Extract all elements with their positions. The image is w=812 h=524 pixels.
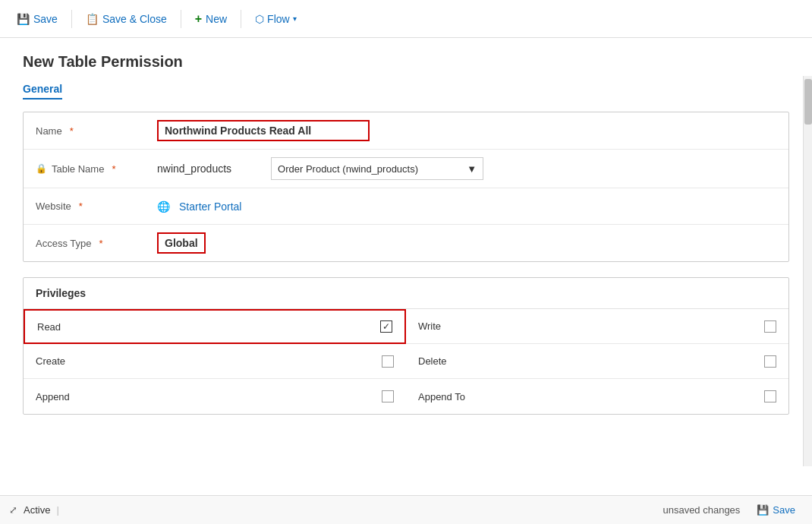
main-content: New Table Permission General Name * Nort… [0, 38, 812, 495]
scrollbar-thumb [804, 79, 812, 125]
privilege-delete-label: Delete [418, 355, 764, 367]
toolbar-divider-2 [181, 10, 181, 28]
page-title: New Table Permission [23, 53, 789, 71]
chevron-down-icon: ▾ [293, 14, 297, 23]
toolbar-divider-3 [241, 10, 241, 28]
save-label: Save [33, 13, 58, 25]
privilege-write-label: Write [418, 320, 764, 332]
save-button[interactable]: 💾 Save [9, 9, 65, 29]
privilege-read-checkbox[interactable] [380, 320, 392, 333]
name-label: Name * [36, 125, 157, 137]
privilege-append-to-checkbox[interactable] [764, 390, 776, 402]
new-icon: + [195, 12, 202, 26]
table-name-value: nwind_products [157, 163, 231, 175]
privilege-create-label: Create [36, 355, 382, 367]
table-name-label: 🔒 Table Name * [36, 163, 157, 175]
privilege-delete-checkbox[interactable] [764, 355, 776, 368]
general-form-card: Name * Northwind Products Read All 🔒 Tab… [23, 112, 789, 262]
main-container: New Table Permission General Name * Nort… [0, 38, 812, 495]
privilege-append-to-label: Append To [418, 391, 764, 402]
status-save-icon: 💾 [757, 504, 769, 516]
table-name-required-star: * [112, 163, 115, 175]
access-type-field[interactable]: Global [157, 232, 206, 254]
access-type-row: Access Type * Global [24, 225, 788, 261]
table-name-row: 🔒 Table Name * nwind_products Order Prod… [24, 150, 788, 188]
toolbar: 💾 Save 📋 Save & Close + New ⬡ Flow ▾ [0, 0, 812, 38]
website-required-star: * [79, 200, 83, 212]
flow-label: Flow [267, 13, 290, 25]
privilege-append-label: Append [36, 391, 382, 402]
website-row: Website * 🌐 Starter Portal [24, 188, 788, 225]
privilege-create-checkbox[interactable] [382, 355, 394, 368]
privileges-grid: Read Write Create Delete [24, 309, 788, 414]
globe-icon: 🌐 [157, 200, 170, 213]
general-tab[interactable]: General [23, 83, 62, 99]
privilege-delete-row: Delete [406, 344, 788, 379]
flow-button[interactable]: ⬡ Flow ▾ [247, 9, 304, 29]
status-save-label: Save [773, 504, 795, 516]
privilege-read-row: Read [24, 309, 406, 344]
table-name-dropdown[interactable]: Order Product (nwind_products) ▼ [271, 157, 483, 180]
privilege-append-checkbox[interactable] [382, 390, 394, 402]
website-value-container: 🌐 Starter Portal [157, 200, 776, 213]
privilege-append-row: Append [24, 379, 406, 414]
save-close-icon: 📋 [86, 13, 99, 25]
privileges-title: Privileges [24, 278, 788, 309]
name-required-star: * [70, 125, 74, 137]
status-bar: ⤢ Active | unsaved changes 💾 Save [0, 495, 812, 524]
access-type-label: Access Type * [36, 238, 157, 249]
access-type-value-container: Global [157, 232, 776, 254]
new-button[interactable]: + New [187, 8, 234, 30]
status-left: ⤢ Active | [9, 504, 59, 516]
name-field[interactable]: Northwind Products Read All [157, 120, 370, 141]
save-icon: 💾 [17, 13, 30, 25]
access-type-required-star: * [99, 238, 102, 249]
privilege-write-checkbox[interactable] [764, 320, 776, 333]
privileges-card: Privileges Read Write Create [23, 277, 789, 415]
expand-icon[interactable]: ⤢ [9, 504, 17, 516]
table-name-value-container: nwind_products Order Product (nwind_prod… [157, 157, 776, 180]
unsaved-changes-label: unsaved changes [663, 504, 740, 516]
status-save-button[interactable]: 💾 Save [749, 501, 803, 519]
new-label: New [206, 13, 227, 25]
save-close-button[interactable]: 📋 Save & Close [78, 9, 175, 29]
website-link[interactable]: Starter Portal [179, 200, 241, 213]
privilege-append-to-row: Append To [406, 379, 788, 414]
website-label: Website * [36, 200, 157, 212]
name-row: Name * Northwind Products Read All [24, 112, 788, 150]
status-separator: | [56, 504, 58, 516]
privilege-read-label: Read [37, 321, 380, 333]
privilege-write-row: Write [406, 309, 788, 344]
toolbar-divider-1 [71, 10, 72, 28]
status-right: unsaved changes 💾 Save [663, 501, 803, 519]
lock-icon: 🔒 [36, 163, 47, 174]
name-value-container: Northwind Products Read All [157, 120, 776, 141]
scrollbar[interactable] [803, 76, 812, 466]
flow-icon: ⬡ [255, 13, 264, 25]
dropdown-arrow-icon: ▼ [467, 163, 477, 175]
status-active: Active [24, 504, 50, 516]
save-close-label: Save & Close [102, 13, 167, 25]
privilege-create-row: Create [24, 344, 406, 379]
